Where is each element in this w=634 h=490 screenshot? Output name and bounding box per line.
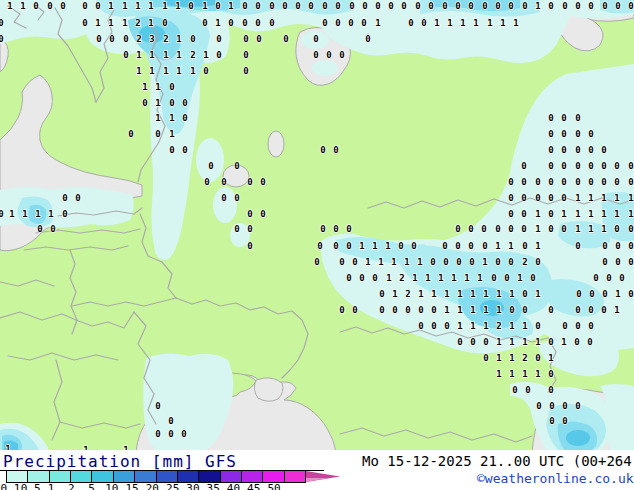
precip-value: 0	[418, 321, 423, 331]
forecast-datetime: Mo 15-12-2025 21..00 UTC (00+264	[362, 453, 632, 469]
precip-value: 1	[535, 337, 540, 347]
scale-segment	[28, 471, 48, 482]
precip-value: 0	[588, 145, 593, 155]
scale-segment	[178, 471, 198, 482]
precip-value: 1	[404, 257, 409, 267]
precip-value: 0	[392, 305, 397, 315]
precip-value: 1	[588, 209, 593, 219]
precip-value: 1	[418, 289, 423, 299]
precip-value: 1	[561, 209, 566, 219]
precip-value: 0	[398, 241, 403, 251]
scale-segment	[114, 471, 134, 482]
precip-value: 0	[549, 401, 554, 411]
precip-value: 0	[75, 193, 80, 203]
precip-value: 0	[508, 257, 513, 267]
precip-value: 1	[535, 289, 540, 299]
precip-value: 0	[372, 273, 377, 283]
precip-value: 0	[418, 305, 423, 315]
precip-value: 0	[588, 321, 593, 331]
precip-value: 0	[628, 289, 633, 299]
precip-value: 0	[430, 257, 435, 267]
precip-value: 0	[346, 224, 351, 234]
precip-value: 0	[243, 66, 248, 76]
precip-value: 1	[108, 18, 113, 28]
precip-value: 0	[352, 305, 357, 315]
precip-value: 0	[521, 224, 526, 234]
precip-value: 0	[182, 113, 187, 123]
precip-value: 0	[109, 34, 114, 44]
precip-value: 1	[483, 321, 488, 331]
precip-value: 0	[548, 113, 553, 123]
precip-value: 0	[352, 257, 357, 267]
scale-segment	[7, 471, 27, 482]
precip-value: 0	[483, 353, 488, 363]
precip-value: 0	[483, 337, 488, 347]
precip-value: 1	[417, 257, 422, 267]
precip-value: 0	[481, 224, 486, 234]
precip-value: 0	[388, 1, 393, 11]
precip-value: 0	[123, 34, 128, 44]
precip-value: 1	[509, 289, 514, 299]
precip-value: 1	[202, 1, 207, 11]
precip-value: 0	[522, 1, 527, 11]
precip-value: 0	[530, 273, 535, 283]
scale-label: 30	[186, 482, 199, 490]
precip-value: 0	[247, 224, 252, 234]
scale-label: 50	[267, 482, 280, 490]
precip-value: 1	[447, 18, 452, 28]
precip-value: 0	[562, 1, 567, 11]
precip-value: 1	[451, 273, 456, 283]
precip-value: 0	[202, 18, 207, 28]
sea-azov	[254, 378, 283, 401]
precip-value: 0	[495, 224, 500, 234]
precip-value: 0	[521, 193, 526, 203]
precip-value: 1	[470, 289, 475, 299]
precip-value: 0	[504, 273, 509, 283]
scale-segment	[285, 471, 305, 482]
precip-value: 1	[155, 113, 160, 123]
precip-value: 0	[562, 416, 567, 426]
precip-value: 0	[346, 273, 351, 283]
precip-value: 0	[575, 129, 580, 139]
precip-value: 0	[155, 129, 160, 139]
precip-value: 2	[522, 353, 527, 363]
precip-value: 1	[575, 209, 580, 219]
precip-value: 1	[482, 257, 487, 267]
precip-value: 0	[155, 401, 160, 411]
precip-value: 2	[405, 289, 410, 299]
precip-value: 0	[47, 1, 52, 11]
precip-value: 0	[614, 161, 619, 171]
scale-label: 45	[247, 482, 260, 490]
precip-value: 0	[348, 18, 353, 28]
precip-value: 1	[575, 224, 580, 234]
precip-value: 0	[308, 1, 313, 11]
precip-value: 0	[522, 241, 527, 251]
precip-value: 0	[208, 161, 213, 171]
precip-value: 0	[536, 401, 541, 411]
precip-value: 0	[535, 257, 540, 267]
precip-value: 1	[155, 82, 160, 92]
precip-value: 0	[346, 241, 351, 251]
weather-map-screenshot: 1100000111111010100000000000000000000001…	[0, 0, 634, 490]
precip-value: 0	[255, 1, 260, 11]
precip-value: 0	[339, 257, 344, 267]
precip-value: 0	[155, 429, 160, 439]
precip-value: 0	[588, 161, 593, 171]
precip-value: 0	[242, 18, 247, 28]
precip-value: 1	[215, 18, 220, 28]
precip-value: 1	[535, 241, 540, 251]
precip-value: 0	[317, 241, 322, 251]
precip-value: 1	[48, 209, 53, 219]
legend-title: Precipitation [mm] GFS	[3, 452, 237, 471]
precip-value: 1	[460, 18, 465, 28]
precip-value: 0	[548, 369, 553, 379]
precip-value: 0	[575, 113, 580, 123]
precip-value: 0	[362, 1, 367, 11]
precip-value: 0	[442, 241, 447, 251]
precip-value: 0	[322, 1, 327, 11]
precip-value: 0	[575, 1, 580, 11]
precip-value: 1	[509, 353, 514, 363]
precip-value: 0	[548, 385, 553, 395]
precip-value: 0	[295, 1, 300, 11]
precip-value: 0	[561, 224, 566, 234]
